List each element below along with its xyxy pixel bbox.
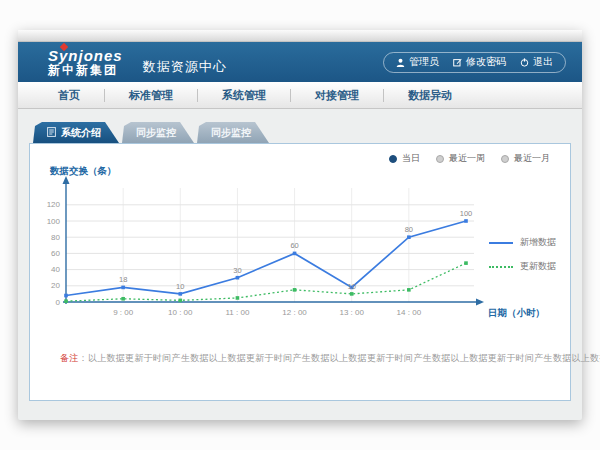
svg-text:30: 30 [233, 266, 241, 275]
nav-item-standard-mgmt[interactable]: 标准管理 [105, 82, 197, 108]
logo-secondary: 新中新集团 [48, 64, 123, 76]
app-window: Synjones 新中新集团 数据资源中心 管理员 修改密码 [18, 30, 582, 420]
main-nav: 首页 标准管理 系统管理 对接管理 数据异动 [18, 82, 582, 109]
user-icon [396, 58, 405, 67]
svg-text:100: 100 [47, 217, 61, 226]
svg-text:80: 80 [51, 233, 60, 242]
svg-text:80: 80 [405, 225, 413, 234]
page-title: 数据资源中心 [143, 58, 227, 76]
edit-icon [453, 58, 462, 67]
svg-text:10: 10 [348, 282, 356, 291]
footnote-label: 备注 [60, 353, 79, 363]
svg-text:数据交换（条）: 数据交换（条） [49, 165, 117, 177]
svg-text:12 : 00: 12 : 00 [282, 308, 307, 317]
tab-bar: 系统介绍 同步监控 同步监控 [33, 122, 571, 143]
nav-item-home[interactable]: 首页 [34, 82, 104, 108]
dotted-line-icon [489, 266, 513, 268]
svg-text:0: 0 [56, 298, 61, 307]
svg-text:11 : 00: 11 : 00 [225, 308, 249, 317]
tab-sync-monitor-1[interactable]: 同步监控 [122, 122, 194, 143]
nav-item-system-mgmt[interactable]: 系统管理 [198, 82, 290, 108]
footnote: 备注：以上数据更新于时间产生数据以上数据更新于时间产生数据以上数据更新于时间产生… [60, 352, 600, 365]
svg-text:20: 20 [51, 281, 60, 290]
svg-text:18: 18 [119, 275, 127, 284]
chart-panel: 当日 最近一周 最近一月 0204060801001209 : 0010 : 0… [29, 143, 571, 401]
legend-updated-data: 更新数据 [489, 260, 556, 273]
window-top-strip [18, 30, 582, 42]
svg-text:日期（小时）: 日期（小时） [488, 307, 545, 319]
tab-sync-monitor-2[interactable]: 同步监控 [197, 122, 269, 143]
series-legend: 新增数据 更新数据 [489, 236, 556, 273]
user-button[interactable]: 管理员 [396, 55, 439, 69]
svg-text:60: 60 [51, 249, 60, 258]
nav-item-data-change[interactable]: 数据异动 [384, 82, 476, 108]
svg-text:14 : 00: 14 : 00 [397, 308, 422, 317]
desktop-frame: Synjones 新中新集团 数据资源中心 管理员 修改密码 [0, 0, 600, 450]
content-area: 系统介绍 同步监控 同步监控 当日 最近一周 [18, 109, 582, 419]
solid-line-icon [489, 242, 513, 244]
change-password-button[interactable]: 修改密码 [453, 55, 506, 69]
user-toolbar: 管理员 修改密码 退出 [383, 52, 566, 73]
nav-item-interface-mgmt[interactable]: 对接管理 [291, 82, 383, 108]
footnote-text: ：以上数据更新于时间产生数据以上数据更新于时间产生数据以上数据更新于时间产生数据… [79, 353, 600, 363]
svg-text:40: 40 [51, 265, 60, 274]
svg-text:10 : 00: 10 : 00 [168, 308, 193, 317]
svg-text:60: 60 [290, 241, 298, 250]
logo-primary: Synjones [48, 48, 123, 63]
tab-system-intro[interactable]: 系统介绍 [33, 122, 119, 143]
document-icon [47, 127, 56, 139]
app-header: Synjones 新中新集团 数据资源中心 管理员 修改密码 [18, 42, 582, 82]
legend-new-data: 新增数据 [489, 236, 556, 249]
svg-text:100: 100 [460, 209, 473, 218]
svg-text:120: 120 [47, 200, 61, 209]
svg-text:13 : 00: 13 : 00 [339, 308, 364, 317]
svg-text:10: 10 [176, 282, 184, 291]
brand-logo: Synjones 新中新集团 [48, 48, 123, 76]
svg-text:9 : 00: 9 : 00 [113, 308, 134, 317]
logout-button[interactable]: 退出 [520, 55, 553, 69]
power-icon [520, 58, 529, 67]
